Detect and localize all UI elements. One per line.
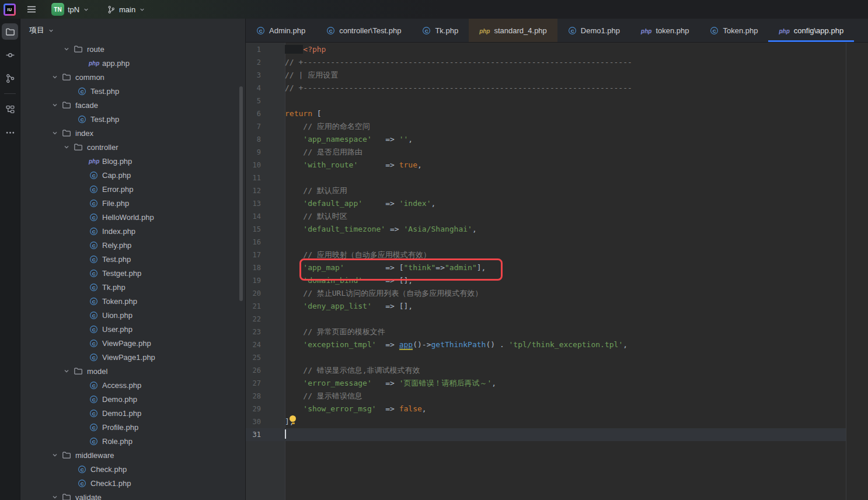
line-number[interactable]: 13 (246, 197, 261, 210)
line-number[interactable]: 14 (246, 210, 261, 223)
line-number[interactable]: 6 (246, 107, 261, 120)
tree-file-HelloWorld.php[interactable]: CHelloWorld.php (20, 210, 245, 224)
code-line-2[interactable]: 2// +-----------------------------------… (246, 56, 846, 69)
editor-tab[interactable]: phptoken.php (630, 19, 699, 42)
editor-tab[interactable]: CDemo1.php (557, 19, 630, 42)
project-widget[interactable]: TN tpN (51, 0, 89, 19)
tree-file-Tk.php[interactable]: CTk.php (20, 280, 245, 294)
line-number[interactable]: 2 (246, 56, 261, 69)
commit-tool-button[interactable] (2, 47, 18, 63)
editor-tab[interactable]: Ccontroller\Test.php (316, 19, 412, 42)
line-number[interactable]: 11 (246, 172, 261, 184)
tree-file-Error.php[interactable]: CError.php (20, 182, 245, 196)
tree-file-Test.php[interactable]: CTest.php (20, 252, 245, 266)
code-line-12[interactable]: 12 // 默认应用 (246, 184, 846, 197)
editor-tab[interactable]: CAdmin.php (246, 19, 316, 42)
tree-file-Cap.php[interactable]: CCap.php (20, 168, 245, 182)
code-line-5[interactable]: 5 (246, 95, 846, 107)
line-number[interactable]: 1 (246, 43, 261, 56)
tree-folder-facade[interactable]: facade (20, 98, 245, 112)
code-line-30[interactable]: 30]; (246, 415, 846, 428)
tree-file-Check1.php[interactable]: CCheck1.php (20, 476, 245, 490)
code-line-16[interactable]: 16 (246, 236, 846, 249)
code-line-8[interactable]: 8 'app_namespace' => '', (246, 133, 846, 146)
line-number[interactable]: 23 (246, 326, 261, 338)
more-tool-windows-button[interactable] (2, 124, 18, 141)
editor-tab[interactable]: phpconfig\app.php (768, 19, 854, 42)
line-number[interactable]: 25 (246, 351, 261, 364)
editor-scroll-stripe[interactable] (846, 43, 868, 500)
line-number[interactable]: 4 (246, 82, 261, 95)
structure-tool-button[interactable] (2, 101, 18, 117)
line-number[interactable]: 27 (246, 377, 261, 390)
code-line-13[interactable]: 13 'default_app' => 'index', (246, 197, 846, 210)
tree-folder-index[interactable]: index (20, 126, 245, 140)
line-number[interactable]: 7 (246, 120, 261, 133)
tree-file-Profile.php[interactable]: CProfile.php (20, 420, 245, 434)
code-line-29[interactable]: 29 'show_error_msg' => false, (246, 403, 846, 415)
editor-tab[interactable]: CTk.php (412, 19, 469, 42)
tree-folder-controller[interactable]: controller (20, 140, 245, 154)
tree-file-ViewPage.php[interactable]: CViewPage.php (20, 336, 245, 350)
line-number[interactable]: 17 (246, 249, 261, 261)
vcs-branch-widget[interactable]: main (107, 0, 145, 19)
code-line-27[interactable]: 27 'error_message' => '页面错误！请稍后再试～', (246, 377, 846, 390)
editor-tab[interactable]: CToken.php (699, 19, 768, 42)
editor-body[interactable]: 1 <?php2// +----------------------------… (246, 43, 868, 500)
app-logo[interactable]: IU (4, 0, 16, 19)
code-line-1[interactable]: 1 <?php (246, 43, 846, 56)
code-line-6[interactable]: 6return [ (246, 107, 846, 120)
code-line-4[interactable]: 4// +-----------------------------------… (246, 82, 846, 95)
line-number[interactable]: 26 (246, 364, 261, 377)
code-line-23[interactable]: 23 // 异常页面的模板文件 (246, 326, 846, 338)
line-number[interactable]: 28 (246, 390, 261, 403)
tree-file-User.php[interactable]: CUser.php (20, 322, 245, 336)
line-number[interactable]: 15 (246, 223, 261, 236)
code-line-11[interactable]: 11 (246, 172, 846, 184)
code-line-28[interactable]: 28 // 显示错误信息 (246, 390, 846, 403)
tree-file-Token.php[interactable]: CToken.php (20, 294, 245, 308)
tree-file-Rely.php[interactable]: CRely.php (20, 238, 245, 252)
tree-file-Check.php[interactable]: CCheck.php (20, 462, 245, 476)
code-line-3[interactable]: 3// | 应用设置 (246, 69, 846, 82)
code-line-24[interactable]: 24 'exception_tmpl' => app()->getThinkPa… (246, 338, 846, 351)
code-line-14[interactable]: 14 // 默认时区 (246, 210, 846, 223)
line-number[interactable]: 10 (246, 159, 261, 172)
code-line-9[interactable]: 9 // 是否启用路由 (246, 146, 846, 159)
line-number[interactable]: 8 (246, 133, 261, 146)
tree-file-Testget.php[interactable]: CTestget.php (20, 266, 245, 280)
line-number[interactable]: 18 (246, 261, 261, 274)
line-number[interactable]: 30 (246, 415, 261, 428)
editor-tab[interactable]: phpstandard_4.php (469, 19, 557, 42)
line-number[interactable]: 9 (246, 146, 261, 159)
tree-folder-validate[interactable]: validate (20, 490, 245, 500)
tree-file-Demo.php[interactable]: CDemo.php (20, 392, 245, 406)
tree-scrollbar[interactable] (239, 86, 243, 301)
code-line-10[interactable]: 10 'with_route' => true, (246, 159, 846, 172)
code-line-25[interactable]: 25 (246, 351, 846, 364)
line-number[interactable]: 12 (246, 184, 261, 197)
project-tool-button[interactable] (2, 23, 18, 40)
tree-file-ViewPage1.php[interactable]: CViewPage1.php (20, 350, 245, 364)
git-tool-button[interactable] (2, 70, 18, 86)
line-number[interactable]: 19 (246, 274, 261, 287)
line-number[interactable]: 24 (246, 338, 261, 351)
tree-file-Test.php[interactable]: CTest.php (20, 112, 245, 126)
code-line-31[interactable]: 31 (246, 428, 846, 441)
tree-file-File.php[interactable]: CFile.php (20, 196, 245, 210)
tree-file-Uion.php[interactable]: CUion.php (20, 308, 245, 322)
line-number[interactable]: 29 (246, 403, 261, 415)
tree-file-app.php[interactable]: phpapp.php (20, 56, 245, 70)
code-line-26[interactable]: 26 // 错误显示信息,非调试模式有效 (246, 364, 846, 377)
code-line-22[interactable]: 22 (246, 313, 846, 326)
line-number[interactable]: 22 (246, 313, 261, 326)
intention-bulb-icon[interactable] (290, 415, 297, 425)
tree-folder-model[interactable]: model (20, 364, 245, 378)
project-panel-header[interactable]: 项目 (20, 19, 245, 42)
code-line-7[interactable]: 7 // 应用的命名空间 (246, 120, 846, 133)
code-line-21[interactable]: 21 'deny_app_list' => [], (246, 300, 846, 313)
line-number[interactable]: 3 (246, 69, 261, 82)
line-number[interactable]: 21 (246, 300, 261, 313)
tree-file-Role.php[interactable]: CRole.php (20, 434, 245, 448)
tree-file-Test.php[interactable]: CTest.php (20, 84, 245, 98)
